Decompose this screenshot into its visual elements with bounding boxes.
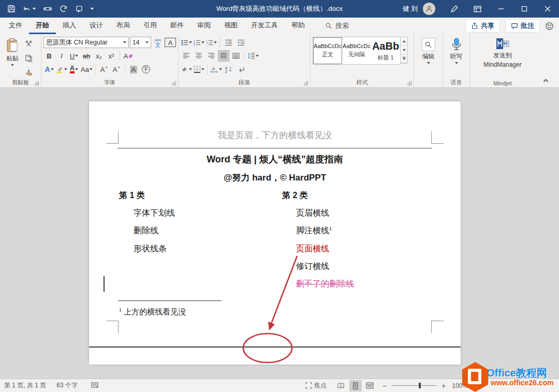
dictate-button[interactable]: 听写 xyxy=(445,36,467,64)
col2-item-header-line[interactable]: 页眉横线 xyxy=(296,208,329,219)
justify-button[interactable] xyxy=(218,50,229,62)
clear-formatting-button[interactable]: A xyxy=(123,50,134,62)
font-dialog-launcher[interactable] xyxy=(172,81,176,85)
col1-item-shape-line[interactable]: 形状线条 xyxy=(134,244,167,254)
avatar[interactable] xyxy=(423,3,435,15)
strikethrough-button[interactable]: ab xyxy=(81,50,92,62)
undo-icon[interactable] xyxy=(23,5,36,13)
doc-subtitle[interactable]: @努力 hard，© HardPPT xyxy=(89,172,461,184)
format-painter-icon[interactable] xyxy=(23,67,34,78)
close-button[interactable] xyxy=(536,0,559,18)
account-name[interactable]: 健 刘 xyxy=(402,4,418,13)
styles-dialog-launcher[interactable] xyxy=(407,81,411,85)
col1-item-font-underline[interactable]: 字体下划线 xyxy=(134,208,175,219)
tab-design[interactable]: 设计 xyxy=(83,18,110,34)
highlight-color-button[interactable] xyxy=(56,64,67,75)
zoom-slider-handle[interactable] xyxy=(419,383,421,388)
cut-icon[interactable] xyxy=(23,38,34,49)
web-layout-button[interactable] xyxy=(364,380,376,391)
search-box[interactable]: 搜索 xyxy=(325,18,349,34)
col2-heading[interactable]: 第 2 类 xyxy=(282,190,308,201)
style-normal[interactable]: AaBbCcDc 正文 xyxy=(313,37,342,64)
copy-icon[interactable] xyxy=(23,52,34,64)
save-icon[interactable] xyxy=(7,5,16,13)
col2-item-revision-line[interactable]: 修订横线 xyxy=(296,261,329,272)
paragraph-dialog-launcher[interactable] xyxy=(304,81,308,85)
tab-layout[interactable]: 布局 xyxy=(110,18,137,34)
asian-layout-button[interactable]: A xyxy=(210,64,222,75)
print-layout-button[interactable] xyxy=(349,380,362,391)
change-case-button[interactable]: Aa xyxy=(81,64,93,75)
page-header-text[interactable]: 我是页眉，下方的横线看见没 xyxy=(89,129,461,141)
enclose-characters-button[interactable]: 字 xyxy=(140,64,152,75)
col2-item-page-line[interactable]: 页面横线 xyxy=(296,244,329,254)
tab-review[interactable]: 审阅 xyxy=(190,18,217,34)
show-hide-marks-button[interactable] xyxy=(236,64,247,75)
decrease-indent-button[interactable] xyxy=(223,37,234,48)
footnote-text[interactable]: 1 上方的横线看见没 xyxy=(119,307,186,317)
collapse-ribbon-icon[interactable] xyxy=(543,79,549,84)
document-page[interactable]: 我是页眉，下方的横线看见没 Word 专题 | 烦人“横线”超度指南 @努力 h… xyxy=(89,101,461,365)
character-shading-button[interactable]: A xyxy=(128,64,139,75)
tab-insert[interactable]: 插入 xyxy=(56,18,83,34)
proofing-status-icon[interactable] xyxy=(91,382,98,389)
customize-qat-icon[interactable] xyxy=(91,8,94,10)
shading-button[interactable] xyxy=(181,64,192,75)
align-right-button[interactable] xyxy=(205,50,217,62)
text-effects-button[interactable]: A xyxy=(43,64,55,75)
tab-developer[interactable]: 开发工具 xyxy=(244,18,285,34)
clipboard-dialog-launcher[interactable] xyxy=(35,81,39,85)
tab-references[interactable]: 引用 xyxy=(137,18,164,34)
align-left-button[interactable] xyxy=(181,50,192,62)
col1-heading[interactable]: 第 1 类 xyxy=(119,190,145,201)
maximize-button[interactable] xyxy=(512,0,536,18)
shrink-font-button[interactable]: A˅ xyxy=(111,64,122,75)
numbering-button[interactable]: 123 xyxy=(193,37,204,48)
superscript-button[interactable]: x² xyxy=(106,50,117,62)
comments-button[interactable]: 批注 xyxy=(505,19,540,33)
read-mode-button[interactable] xyxy=(335,380,347,391)
styles-gallery-scroll[interactable] xyxy=(401,37,408,64)
editing-button[interactable]: 编辑 xyxy=(416,36,440,64)
focus-mode-button[interactable]: 焦点 xyxy=(305,381,327,390)
tab-view[interactable]: 视图 xyxy=(217,18,244,34)
col1-item-strikethrough[interactable]: 删除线 xyxy=(134,225,158,236)
subscript-button[interactable]: x₂ xyxy=(93,50,105,62)
distribute-button[interactable] xyxy=(230,50,242,62)
increase-indent-button[interactable] xyxy=(235,37,246,48)
page-indicator[interactable]: 第 1 页, 共 1 页 xyxy=(4,381,46,390)
phonetic-guide-icon[interactable]: wén文 xyxy=(152,37,164,48)
character-border-icon[interactable]: A xyxy=(165,38,176,47)
multilevel-list-button[interactable]: 1ai xyxy=(205,37,217,48)
col2-item-footnote-line[interactable]: 脚注横线1 xyxy=(296,225,332,236)
draw-horizontal-line-icon[interactable] xyxy=(43,5,52,13)
line-spacing-button[interactable] xyxy=(247,50,259,62)
font-name-combo[interactable]: 思源黑体 CN Regular xyxy=(43,37,129,48)
style-no-spacing[interactable]: AaBbCcDc 无间隔 xyxy=(342,37,371,64)
zoom-out-button[interactable]: − xyxy=(383,382,387,390)
redo-icon[interactable] xyxy=(60,5,68,13)
zoom-slider[interactable] xyxy=(392,385,436,386)
zoom-in-button[interactable]: + xyxy=(442,382,446,390)
tab-file[interactable]: 文件 xyxy=(2,18,29,34)
font-size-combo[interactable]: 14 xyxy=(130,37,151,48)
style-heading1[interactable]: AaBb 标题 1 xyxy=(371,37,400,64)
paste-button[interactable]: 粘贴 xyxy=(2,36,23,78)
share-button[interactable]: 共享 xyxy=(465,19,500,33)
col2-item-undeletable-strike[interactable]: 删不了的删除线 xyxy=(296,279,354,290)
minimize-button[interactable] xyxy=(489,0,512,18)
tab-home[interactable]: 开始 xyxy=(29,18,56,34)
bold-button[interactable]: B xyxy=(43,50,55,62)
word-count[interactable]: 63 个字 xyxy=(56,381,78,390)
send-to-mindmanager-button[interactable]: 发送到 MindManager xyxy=(472,36,533,68)
align-center-button[interactable] xyxy=(193,50,204,62)
feedback-smiley-icon[interactable] xyxy=(545,22,554,31)
tab-help[interactable]: 帮助 xyxy=(285,18,312,34)
ribbon-display-options-icon[interactable] xyxy=(466,0,489,18)
grow-font-button[interactable]: A˄ xyxy=(98,64,110,75)
bullets-button[interactable] xyxy=(181,37,192,48)
borders-button[interactable] xyxy=(193,64,204,75)
touch-mode-icon[interactable] xyxy=(75,5,83,13)
doc-title[interactable]: Word 专题 | 烦人“横线”超度指南 xyxy=(89,153,461,165)
ink-pen-icon[interactable] xyxy=(443,0,466,18)
